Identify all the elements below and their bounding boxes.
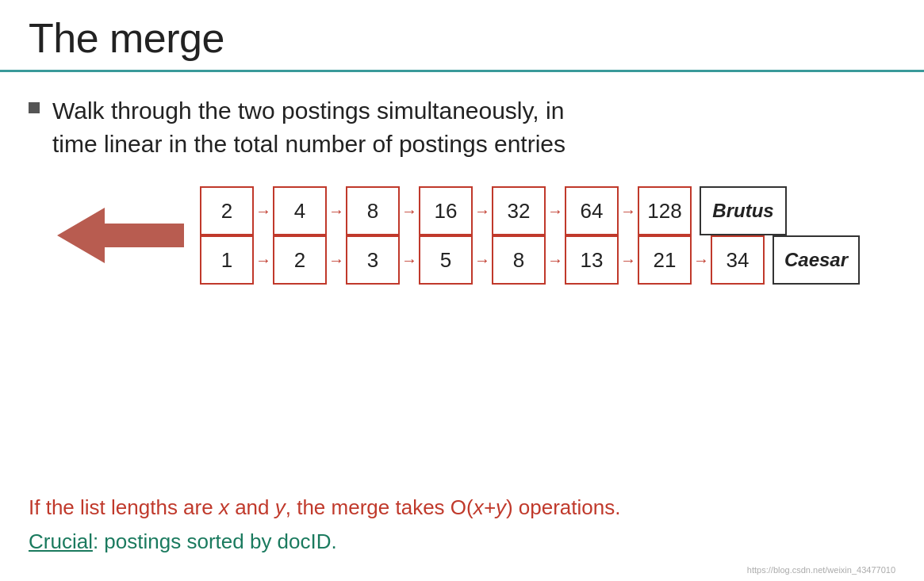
brutus-box-6: 64: [565, 186, 619, 235]
brutus-box-5: 32: [492, 186, 546, 235]
brutus-row: 2 → 4 → 8 → 16 → 32 → 64 → 128 Brutus: [200, 186, 860, 235]
c-arrow-7: →: [693, 251, 709, 269]
c-arrow-5: →: [547, 251, 563, 269]
brutus-box-3: 8: [346, 186, 400, 235]
slide-title: The merge: [29, 14, 895, 62]
caesar-box-5: 8: [492, 235, 546, 285]
slide-content: Walk through the two postings simultaneo…: [0, 72, 924, 285]
brutus-box-2: 4: [273, 186, 327, 235]
brutus-label: Brutus: [700, 186, 787, 235]
brutus-box-1: 2: [200, 186, 254, 235]
crucial-word: Crucial: [29, 529, 93, 553]
c-arrow-2: →: [328, 251, 344, 269]
caesar-box-7: 21: [638, 235, 692, 285]
slide: The merge Walk through the two postings …: [0, 0, 924, 581]
slide-header: The merge: [0, 0, 924, 72]
c-arrow-6: →: [620, 251, 636, 269]
arrow-4: →: [474, 202, 490, 220]
arrow-svg: [57, 204, 184, 267]
posting-lists: 2 → 4 → 8 → 16 → 32 → 64 → 128 Brutus: [200, 186, 860, 285]
arrow-3: →: [401, 202, 417, 220]
caesar-box-1: 1: [200, 235, 254, 285]
watermark: https://blog.csdn.net/weixin_43477010: [747, 565, 895, 575]
brutus-box-4: 16: [419, 186, 473, 235]
crucial-rest: : postings sorted by docID.: [93, 529, 337, 553]
caesar-box-8: 34: [711, 235, 765, 285]
caesar-box-3: 3: [346, 235, 400, 285]
svg-marker-0: [57, 208, 184, 263]
arrow-2: →: [328, 202, 344, 220]
crucial-line: Crucial: postings sorted by docID.: [29, 527, 895, 556]
c-arrow-1: →: [255, 251, 271, 269]
merge-formula: If the list lengths are x and y, the mer…: [29, 493, 895, 522]
diagram-area: 2 → 4 → 8 → 16 → 32 → 64 → 128 Brutus: [57, 186, 895, 285]
bullet-text: Walk through the two postings simultaneo…: [52, 94, 566, 161]
left-arrow: [57, 204, 184, 267]
brutus-box-7: 128: [638, 186, 692, 235]
bottom-text-area: If the list lengths are x and y, the mer…: [29, 493, 895, 556]
bullet-marker: [29, 102, 40, 113]
arrow-5: →: [547, 202, 563, 220]
caesar-box-2: 2: [273, 235, 327, 285]
caesar-row: 1 → 2 → 3 → 5 → 8 → 13 → 21 → 34 Caesar: [200, 235, 860, 285]
arrow-1: →: [255, 202, 271, 220]
c-arrow-4: →: [474, 251, 490, 269]
arrow-6: →: [620, 202, 636, 220]
c-arrow-3: →: [401, 251, 417, 269]
caesar-box-6: 13: [565, 235, 619, 285]
caesar-label: Caesar: [773, 235, 860, 285]
bullet-item: Walk through the two postings simultaneo…: [29, 94, 895, 161]
caesar-box-4: 5: [419, 235, 473, 285]
